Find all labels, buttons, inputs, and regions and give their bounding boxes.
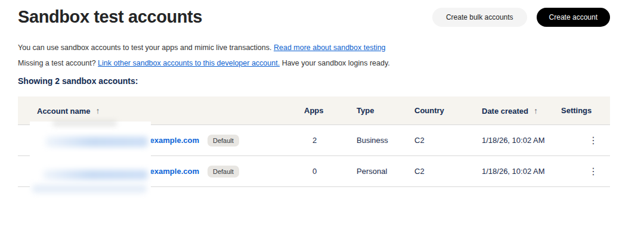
- page-title: Sandbox test accounts: [18, 7, 202, 27]
- default-badge: Default: [208, 135, 239, 147]
- country-cell: C2: [414, 167, 482, 176]
- intro-text: You can use sandbox accounts to test you…: [18, 43, 644, 52]
- date-created-header-label: Date created: [482, 107, 528, 116]
- column-header-country: Country: [414, 106, 482, 115]
- settings-menu-button[interactable]: ⋮: [585, 165, 602, 178]
- link-other-sandbox-accounts-link[interactable]: Link other sandbox accounts to this deve…: [98, 59, 280, 67]
- settings-cell: ⋮: [561, 165, 610, 178]
- column-header-apps: Apps: [304, 106, 357, 115]
- column-header-date-created[interactable]: Date created↑: [482, 106, 561, 116]
- account-name-header-label: Account name: [37, 107, 91, 116]
- create-bulk-accounts-button[interactable]: Create bulk accounts: [432, 8, 527, 27]
- account-email-link[interactable]: .example.com: [148, 136, 199, 145]
- create-account-button[interactable]: Create account: [537, 8, 610, 27]
- page-header: Sandbox test accounts Create bulk accoun…: [0, 0, 644, 27]
- sort-ascending-icon: ↑: [96, 106, 100, 116]
- missing-account-text: Missing a test account? Link other sandb…: [18, 58, 644, 68]
- intro-text-plain: You can use sandbox accounts to test you…: [18, 43, 274, 52]
- account-type-cell: Business: [357, 136, 414, 145]
- vertical-ellipsis-icon: ⋮: [589, 166, 598, 177]
- country-cell: C2: [414, 136, 482, 145]
- apps-count-cell: 0: [304, 167, 357, 176]
- accounts-count-caption: Showing 2 sandbox accounts:: [18, 76, 644, 86]
- redaction-blur-bar: [32, 185, 147, 193]
- sort-ascending-icon: ↑: [534, 106, 538, 116]
- redaction-blur-bar: [52, 121, 117, 126]
- date-created-cell: 1/18/26, 10:02 AM: [482, 167, 561, 176]
- default-badge: Default: [208, 166, 239, 178]
- missing-account-prefix: Missing a test account?: [18, 59, 98, 67]
- date-created-cell: 1/18/26, 10:02 AM: [482, 136, 561, 145]
- redacted-account-names-overlay: [30, 122, 151, 195]
- header-actions: Create bulk accounts Create account: [432, 7, 610, 27]
- missing-account-suffix: Have your sandbox logins ready.: [280, 59, 390, 67]
- account-email-link[interactable]: .example.com: [148, 167, 199, 176]
- column-header-type: Type: [357, 106, 414, 115]
- read-more-sandbox-testing-link[interactable]: Read more about sandbox testing: [274, 43, 386, 52]
- redaction-blur-bar: [43, 170, 148, 180]
- settings-menu-button[interactable]: ⋮: [585, 134, 602, 147]
- column-header-settings: Settings: [561, 106, 610, 115]
- settings-cell: ⋮: [561, 134, 610, 147]
- apps-count-cell: 2: [304, 136, 357, 145]
- redaction-blur-bar: [45, 136, 148, 147]
- vertical-ellipsis-icon: ⋮: [589, 135, 598, 146]
- column-header-account-name[interactable]: Account name↑: [18, 106, 304, 116]
- account-type-cell: Personal: [357, 167, 414, 176]
